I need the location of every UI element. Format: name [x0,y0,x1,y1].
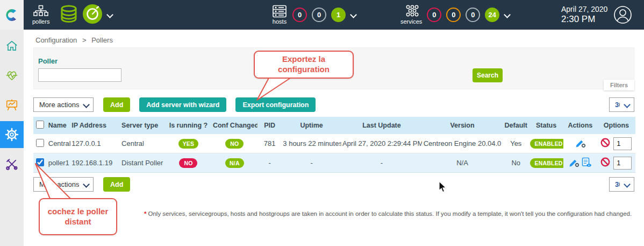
sidebar-item-home[interactable] [0,32,24,59]
hosts-label: hosts [273,18,287,25]
cell-pid: 781 [257,139,282,147]
breadcrumb-configuration[interactable]: Configuration [35,36,77,44]
services-menu[interactable]: services [400,5,422,25]
centreon-c-icon [5,8,19,22]
conf-changed-badge: N/A [225,158,244,168]
page-size-select-top[interactable]: 30 [609,97,634,112]
column-version[interactable]: Version [422,122,503,129]
cell-last-update: April 27, 2020 2:29:44 PM [341,139,422,147]
view-export-files-icon[interactable] [582,157,592,169]
add-server-wizard-button[interactable]: Add server with wizard [139,97,226,112]
cell-name[interactable]: Central [47,139,70,147]
more-actions-select-wrap: More actions... [33,177,94,192]
column-status[interactable]: Status [529,122,563,129]
sidebar-item-monitoring[interactable] [0,62,24,89]
page-size-select-wrap: 30 [609,97,634,112]
options-count-input[interactable] [613,137,632,150]
cell-server-type: Distant Poller [120,159,165,167]
services-warning-badge[interactable]: 0 [446,8,461,22]
more-actions-select-bottom[interactable]: More actions... [33,177,94,192]
database-icon[interactable] [59,4,78,26]
status-badge: ENABLED [530,139,563,149]
chevron-down-icon[interactable] [504,12,510,18]
footnote-text: Only services, servicegroups, hosts and … [148,210,632,217]
add-button[interactable]: Add [103,97,130,112]
page-size-select-bottom[interactable]: 30 [609,177,634,192]
centreon-app: pollers [0,0,644,246]
row-checkbox-central[interactable] [36,139,44,147]
is-running-badge: NO [179,158,197,168]
disable-icon[interactable] [600,157,610,168]
home-icon [5,39,18,52]
user-profile-button[interactable] [613,5,632,26]
more-actions-select[interactable]: More actions... [33,97,94,112]
gauge-icon[interactable] [82,4,103,26]
export-configuration-button[interactable]: Export configuration [235,97,316,112]
hosts-up-badge[interactable]: 1 [331,8,346,22]
hosts-down-badge[interactable]: 0 [292,8,307,22]
poller-search-input[interactable] [38,68,121,82]
footnote-asterisk: * [144,210,146,217]
services-pending-badge[interactable]: 0 [466,8,480,22]
chevron-down-icon[interactable] [350,12,356,18]
select-all-checkbox[interactable] [36,121,44,129]
row-checkbox-poller1[interactable] [36,158,44,166]
pollers-menu[interactable]: pollers [32,5,49,25]
search-button[interactable]: Search [473,68,503,82]
cell-uptime: 3 hours 22 minutes [282,139,341,147]
cell-version: Centreon Engine 20.04.0 [422,139,503,147]
hosts-menu[interactable]: hosts [271,5,288,25]
column-conf-changed[interactable]: Conf Changed* [212,122,257,129]
toolbar-top: More actions... Add Add server with wiza… [33,97,316,112]
conf-changed-badge: NO [225,139,244,149]
centreon-logo[interactable] [0,0,24,30]
cell-uptime: - [282,159,341,167]
column-name[interactable]: Name [47,122,70,129]
annotation-export-callout: Exportez la configuration [254,51,354,79]
more-actions-select-wrap: More actions... [33,97,94,112]
breadcrumb-separator: > [82,36,87,44]
column-options: Options [597,122,635,129]
services-critical-badge[interactable]: 0 [427,8,441,22]
toolbar-bottom: More actions... Add [33,177,130,192]
add-button-bottom[interactable]: Add [103,177,130,192]
services-label: services [400,18,422,25]
column-pid[interactable]: PID [257,122,282,129]
sidebar-item-administration[interactable] [0,151,24,178]
sidebar-item-reporting[interactable] [0,92,24,118]
reporting-chart-icon [5,99,18,111]
monitoring-heartbeat-icon [5,69,18,82]
column-ip[interactable]: IP Address [70,122,120,129]
is-running-badge: YES [178,139,199,149]
services-icon [403,5,419,18]
configuration-gear-icon [5,128,19,142]
column-is-running[interactable]: Is running ? [165,122,212,129]
edit-poller-icon[interactable] [568,157,579,169]
pollers-icon [33,5,48,18]
column-last-update[interactable]: Last Update [341,122,422,129]
sidebar-item-configuration[interactable] [0,121,24,148]
disable-icon[interactable] [600,138,610,149]
services-ok-badge[interactable]: 24 [485,8,499,22]
administration-tools-icon [5,158,18,171]
edit-poller-icon[interactable] [575,138,586,150]
annotation-check-callout: cochez le poller distant [39,198,117,235]
hosts-pending-badge[interactable]: 0 [312,8,326,22]
chevron-down-icon[interactable] [107,12,112,18]
cell-default: No [503,159,529,167]
pollers-table: Name IP Address Server type Is running ?… [33,117,635,173]
breadcrumb-pollers[interactable]: Pollers [91,36,113,44]
options-count-input[interactable] [613,157,632,170]
column-uptime[interactable]: Uptime [282,122,341,129]
pollers-label: pollers [32,18,49,25]
breadcrumb: Configuration > Pollers [35,36,113,44]
date-text: April 27, 2020 [561,5,607,13]
cell-last-update: - [341,159,422,167]
filters-tab[interactable]: Filters [604,80,634,90]
hosts-icon [271,5,288,18]
column-server-type[interactable]: Server type [120,122,165,129]
cell-name[interactable]: poller1 [47,159,70,167]
sidebar [0,30,24,246]
cell-pid: - [257,159,282,167]
column-default[interactable]: Default [503,122,529,129]
